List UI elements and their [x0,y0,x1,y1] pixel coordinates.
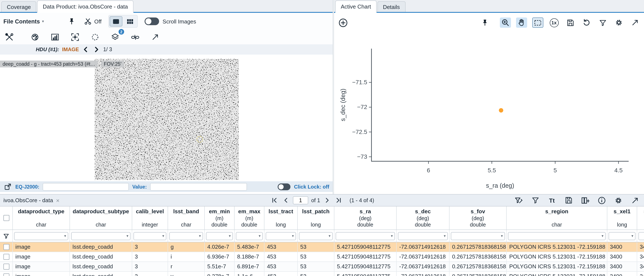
page-input[interactable] [293,196,308,204]
filter-input-s_xe[interactable]: ▾ [638,232,644,240]
table-tab-label[interactable]: ivoa.ObsCore - data [4,197,53,204]
filter-input-dataproduct_subtype[interactable]: ▾ [71,232,130,240]
filter-input-s_dec[interactable]: ▾ [398,232,448,240]
table-row[interactable]: imagelsst.deep_coadd3r5.51e-76.891e-7453… [0,262,644,272]
scroll-images-toggle-group: Scroll Images [144,18,196,25]
table-row[interactable]: imagelsst.deep_coadd3y9.278e-71.1e-64535… [0,272,644,276]
chart-pin-button[interactable] [479,18,490,28]
stretch-button[interactable] [50,32,60,42]
scatter-chart[interactable]: 65.554.5−71.5−72−72.5−73s_ra (deg)s_dec … [334,32,644,194]
row-checkbox[interactable] [3,274,9,276]
next-page-button[interactable] [323,196,332,204]
filter-cell-dataproduct_subtype: ▾ [70,230,132,242]
select-all-header[interactable] [0,206,13,230]
grid-view-button[interactable] [124,16,136,26]
fits-image[interactable] [95,59,239,180]
table-row[interactable]: imagelsst.deep_coadd3i6.936e-78.188e-745… [0,252,644,262]
chart-filter-button[interactable] [597,18,608,28]
file-contents-dropdown[interactable]: File Contents ▾ [4,18,44,24]
layers-badge: 2 [118,29,124,34]
column-header-lsst_patch[interactable]: lsst_patchlong [298,206,334,230]
tab-active-chart[interactable]: Active Chart [335,0,376,13]
filter-input-em_max[interactable]: ▾ [236,232,263,240]
expand-table-button[interactable] [630,195,640,206]
column-header-s_dec[interactable]: s_dec(deg)double [397,206,450,230]
prev-page-button[interactable] [281,196,290,204]
expand-image-button[interactable] [150,32,161,42]
filter-icon [531,196,539,204]
filter-input-calib_level[interactable]: ▾ [134,232,166,240]
pin-button[interactable] [66,16,77,26]
column-header-s_xe[interactable]: s_xelon [637,206,644,230]
column-header-lsst_tract[interactable]: lsst_tractlong [264,206,298,230]
row-checkbox[interactable] [3,254,9,260]
expand-chart-button[interactable] [630,18,640,28]
filter-input-s_fov[interactable]: ▾ [451,232,505,240]
tab-details[interactable]: Details [378,1,406,12]
column-header-dataproduct_type[interactable]: dataproduct_typechar [13,206,70,230]
cell-dataproduct_type: image [13,252,70,262]
row-checkbox[interactable] [3,264,9,270]
chevron-down-icon: ▾ [501,234,503,238]
next-hdu-button[interactable] [92,46,100,53]
filter-input-lsst_patch[interactable]: ▾ [299,232,333,240]
close-table-icon[interactable]: × [56,197,60,204]
column-header-dataproduct_subtype[interactable]: dataproduct_subtypechar [70,206,132,230]
click-lock-label: Click Lock: off [294,184,329,190]
filter-input-em_min[interactable]: ▾ [206,232,233,240]
column-header-s_ra[interactable]: s_ra(deg)double [334,206,397,230]
column-header-calib_level[interactable]: calib_levelinteger [132,206,168,230]
fits-viewer[interactable]: deep_coadd - g - tract=453 patch=53 (#t…… [0,54,333,181]
row-checkbox[interactable] [3,244,9,250]
last-page-button[interactable] [334,196,343,204]
grid-view-icon [127,18,134,24]
tab-data-product[interactable]: Data Product: ivoa.ObsCore - data [37,0,134,13]
restore-zoom-button[interactable] [581,18,592,28]
column-header-s_fov[interactable]: s_fov(deg)double [450,206,507,230]
select-region-button[interactable] [90,32,101,42]
table-info-button[interactable] [596,195,607,206]
cut-toggle[interactable]: Off [84,18,102,25]
tab-coverage[interactable]: Coverage [1,1,36,12]
chart-settings-button[interactable] [613,18,624,28]
filter-input-dataproduct_type[interactable]: ▾ [14,232,68,240]
click-lock-toggle[interactable] [278,183,291,190]
data-point[interactable] [499,108,503,112]
chart-save-button[interactable] [565,18,576,28]
popout-button[interactable] [4,182,12,191]
text-view-button[interactable]: Tt [546,195,558,206]
column-header-em_min[interactable]: em_min(m)double [205,206,234,230]
select-area-button[interactable] [532,18,543,28]
column-header-s_xel1[interactable]: s_xel1long [607,206,637,230]
add-chart-button[interactable] [337,18,348,28]
zoom-in-button[interactable] [500,18,511,28]
filter-input-s_region[interactable]: ▾ [508,232,606,240]
recenter-button[interactable] [70,32,80,42]
cell-s_xe: 3400 [637,272,644,276]
scroll-images-toggle[interactable] [144,18,159,25]
select-all-checkbox[interactable] [3,215,9,221]
table-settings-button[interactable] [613,195,624,206]
cell-s_fov: 0.2671257818368158 [450,272,507,276]
advanced-filter-button[interactable] [513,195,524,206]
tools-button[interactable] [4,32,14,42]
table-filter-button[interactable] [530,195,541,206]
table-save-button[interactable] [563,195,574,206]
column-header-s_region[interactable]: s_regionchar [507,206,607,230]
layers-button[interactable]: 2 [110,32,121,42]
filter-input-s_xel1[interactable]: ▾ [608,232,636,240]
pan-button[interactable] [516,18,527,28]
unlink-button[interactable] [130,32,141,42]
column-header-em_max[interactable]: em_max(m)double [234,206,264,230]
color-button[interactable] [30,32,40,42]
column-header-lsst_band[interactable]: lsst_bandchar [168,206,205,230]
first-page-button[interactable] [270,196,278,204]
single-view-button[interactable] [110,16,122,26]
filter-input-lsst_band[interactable]: ▾ [169,232,203,240]
filter-input-lsst_tract[interactable]: ▾ [266,232,296,240]
add-column-button[interactable] [580,195,591,206]
prev-hdu-button[interactable] [82,46,90,53]
table-row[interactable]: imagelsst.deep_coadd3g4.026e-75.483e-745… [0,242,644,252]
zoom-reset-button[interactable]: 1x [548,18,560,28]
filter-input-s_ra[interactable]: ▾ [336,232,395,240]
